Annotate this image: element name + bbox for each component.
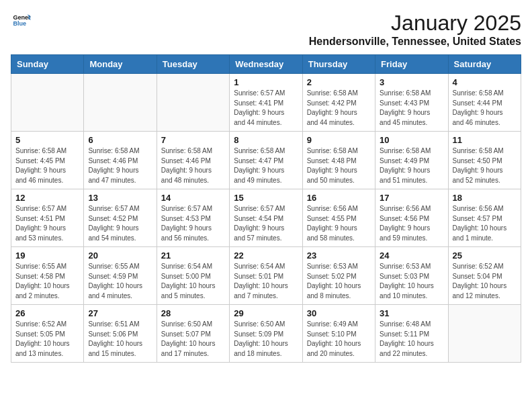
day-info: Sunrise: 6:58 AM Sunset: 4:48 PM Dayligh…: [307, 146, 371, 185]
weekday-header-thursday: Thursday: [302, 55, 375, 74]
day-number: 18: [453, 193, 517, 203]
day-info: Sunrise: 6:57 AM Sunset: 4:53 PM Dayligh…: [161, 204, 225, 243]
logo-icon: General Blue: [12, 11, 31, 30]
empty-cell: [448, 305, 521, 363]
day-cell-4: 4Sunrise: 6:58 AM Sunset: 4:44 PM Daylig…: [448, 74, 521, 132]
day-info: Sunrise: 6:53 AM Sunset: 5:02 PM Dayligh…: [307, 262, 371, 301]
day-info: Sunrise: 6:57 AM Sunset: 4:51 PM Dayligh…: [15, 204, 79, 243]
day-info: Sunrise: 6:57 AM Sunset: 4:52 PM Dayligh…: [88, 204, 152, 243]
day-cell-30: 30Sunrise: 6:49 AM Sunset: 5:10 PM Dayli…: [302, 305, 375, 363]
day-cell-14: 14Sunrise: 6:57 AM Sunset: 4:53 PM Dayli…: [157, 189, 229, 247]
day-number: 19: [15, 250, 79, 261]
day-number: 5: [15, 135, 79, 145]
day-number: 24: [380, 250, 443, 261]
day-cell-1: 1Sunrise: 6:57 AM Sunset: 4:41 PM Daylig…: [230, 74, 302, 132]
day-info: Sunrise: 6:58 AM Sunset: 4:44 PM Dayligh…: [453, 89, 517, 128]
day-number: 9: [307, 135, 371, 145]
day-info: Sunrise: 6:57 AM Sunset: 4:41 PM Dayligh…: [234, 89, 298, 128]
day-cell-28: 28Sunrise: 6:50 AM Sunset: 5:07 PM Dayli…: [157, 305, 229, 363]
day-number: 13: [88, 193, 152, 203]
day-number: 29: [234, 308, 298, 318]
day-info: Sunrise: 6:52 AM Sunset: 5:04 PM Dayligh…: [453, 262, 517, 301]
week-row-2: 5Sunrise: 6:58 AM Sunset: 4:45 PM Daylig…: [11, 132, 521, 189]
day-number: 15: [234, 193, 298, 203]
weekday-header-wednesday: Wednesday: [230, 55, 302, 74]
day-number: 3: [380, 77, 443, 87]
week-row-5: 26Sunrise: 6:52 AM Sunset: 5:05 PM Dayli…: [11, 305, 521, 363]
day-info: Sunrise: 6:54 AM Sunset: 5:01 PM Dayligh…: [234, 262, 298, 301]
day-number: 17: [380, 193, 443, 203]
day-number: 22: [234, 250, 298, 261]
day-info: Sunrise: 6:56 AM Sunset: 4:56 PM Dayligh…: [380, 204, 443, 243]
day-cell-16: 16Sunrise: 6:56 AM Sunset: 4:55 PM Dayli…: [302, 189, 375, 247]
day-info: Sunrise: 6:55 AM Sunset: 4:58 PM Dayligh…: [15, 262, 79, 301]
page-header: General Blue January 2025 Hendersonville…: [11, 11, 521, 48]
day-info: Sunrise: 6:58 AM Sunset: 4:50 PM Dayligh…: [453, 146, 517, 185]
day-number: 7: [161, 135, 225, 145]
day-number: 20: [88, 250, 152, 261]
weekday-header-sunday: Sunday: [11, 55, 84, 74]
day-cell-27: 27Sunrise: 6:51 AM Sunset: 5:06 PM Dayli…: [84, 305, 157, 363]
location-title: Hendersonville, Tennessee, United States: [309, 36, 521, 48]
day-number: 28: [161, 308, 225, 318]
day-number: 14: [161, 193, 225, 203]
day-info: Sunrise: 6:49 AM Sunset: 5:10 PM Dayligh…: [307, 320, 371, 359]
svg-text:Blue: Blue: [13, 20, 26, 27]
day-number: 6: [88, 135, 152, 145]
weekday-header-friday: Friday: [375, 55, 448, 74]
day-info: Sunrise: 6:58 AM Sunset: 4:45 PM Dayligh…: [15, 146, 79, 185]
day-cell-17: 17Sunrise: 6:56 AM Sunset: 4:56 PM Dayli…: [375, 189, 448, 247]
day-info: Sunrise: 6:51 AM Sunset: 5:06 PM Dayligh…: [88, 320, 152, 359]
day-info: Sunrise: 6:53 AM Sunset: 5:03 PM Dayligh…: [380, 262, 443, 301]
empty-cell: [157, 74, 229, 132]
day-number: 25: [453, 250, 517, 261]
day-info: Sunrise: 6:48 AM Sunset: 5:11 PM Dayligh…: [380, 320, 443, 359]
day-cell-8: 8Sunrise: 6:58 AM Sunset: 4:47 PM Daylig…: [230, 132, 302, 189]
day-cell-10: 10Sunrise: 6:58 AM Sunset: 4:49 PM Dayli…: [375, 132, 448, 189]
day-cell-18: 18Sunrise: 6:56 AM Sunset: 4:57 PM Dayli…: [448, 189, 521, 247]
day-info: Sunrise: 6:54 AM Sunset: 5:00 PM Dayligh…: [161, 262, 225, 301]
day-info: Sunrise: 6:50 AM Sunset: 5:09 PM Dayligh…: [234, 320, 298, 359]
day-cell-26: 26Sunrise: 6:52 AM Sunset: 5:05 PM Dayli…: [11, 305, 84, 363]
day-cell-31: 31Sunrise: 6:48 AM Sunset: 5:11 PM Dayli…: [375, 305, 448, 363]
day-number: 4: [453, 77, 517, 87]
day-info: Sunrise: 6:58 AM Sunset: 4:47 PM Dayligh…: [234, 146, 298, 185]
day-cell-15: 15Sunrise: 6:57 AM Sunset: 4:54 PM Dayli…: [230, 189, 302, 247]
day-cell-5: 5Sunrise: 6:58 AM Sunset: 4:45 PM Daylig…: [11, 132, 84, 189]
empty-cell: [11, 74, 84, 132]
week-row-4: 19Sunrise: 6:55 AM Sunset: 4:58 PM Dayli…: [11, 247, 521, 305]
day-cell-12: 12Sunrise: 6:57 AM Sunset: 4:51 PM Dayli…: [11, 189, 84, 247]
month-title: January 2025: [309, 11, 521, 36]
day-cell-22: 22Sunrise: 6:54 AM Sunset: 5:01 PM Dayli…: [230, 247, 302, 305]
day-cell-20: 20Sunrise: 6:55 AM Sunset: 4:59 PM Dayli…: [84, 247, 157, 305]
day-cell-21: 21Sunrise: 6:54 AM Sunset: 5:00 PM Dayli…: [157, 247, 229, 305]
day-cell-9: 9Sunrise: 6:58 AM Sunset: 4:48 PM Daylig…: [302, 132, 375, 189]
day-info: Sunrise: 6:56 AM Sunset: 4:57 PM Dayligh…: [453, 204, 517, 243]
day-cell-6: 6Sunrise: 6:58 AM Sunset: 4:46 PM Daylig…: [84, 132, 157, 189]
weekday-header-tuesday: Tuesday: [157, 55, 229, 74]
day-cell-24: 24Sunrise: 6:53 AM Sunset: 5:03 PM Dayli…: [375, 247, 448, 305]
weekday-header-row: SundayMondayTuesdayWednesdayThursdayFrid…: [11, 55, 521, 74]
day-cell-23: 23Sunrise: 6:53 AM Sunset: 5:02 PM Dayli…: [302, 247, 375, 305]
day-number: 16: [307, 193, 371, 203]
day-info: Sunrise: 6:58 AM Sunset: 4:42 PM Dayligh…: [307, 89, 371, 128]
day-info: Sunrise: 6:58 AM Sunset: 4:49 PM Dayligh…: [380, 146, 443, 185]
day-info: Sunrise: 6:56 AM Sunset: 4:55 PM Dayligh…: [307, 204, 371, 243]
day-info: Sunrise: 6:58 AM Sunset: 4:43 PM Dayligh…: [380, 89, 443, 128]
logo: General Blue: [11, 11, 31, 32]
day-number: 12: [15, 193, 79, 203]
day-number: 8: [234, 135, 298, 145]
empty-cell: [84, 74, 157, 132]
day-number: 26: [15, 308, 79, 318]
day-number: 21: [161, 250, 225, 261]
weekday-header-saturday: Saturday: [448, 55, 521, 74]
day-cell-2: 2Sunrise: 6:58 AM Sunset: 4:42 PM Daylig…: [302, 74, 375, 132]
day-cell-19: 19Sunrise: 6:55 AM Sunset: 4:58 PM Dayli…: [11, 247, 84, 305]
day-number: 30: [307, 308, 371, 318]
day-info: Sunrise: 6:50 AM Sunset: 5:07 PM Dayligh…: [161, 320, 225, 359]
week-row-3: 12Sunrise: 6:57 AM Sunset: 4:51 PM Dayli…: [11, 189, 521, 247]
day-number: 23: [307, 250, 371, 261]
week-row-1: 1Sunrise: 6:57 AM Sunset: 4:41 PM Daylig…: [11, 74, 521, 132]
day-cell-29: 29Sunrise: 6:50 AM Sunset: 5:09 PM Dayli…: [230, 305, 302, 363]
title-section: January 2025 Hendersonville, Tennessee, …: [309, 11, 521, 48]
